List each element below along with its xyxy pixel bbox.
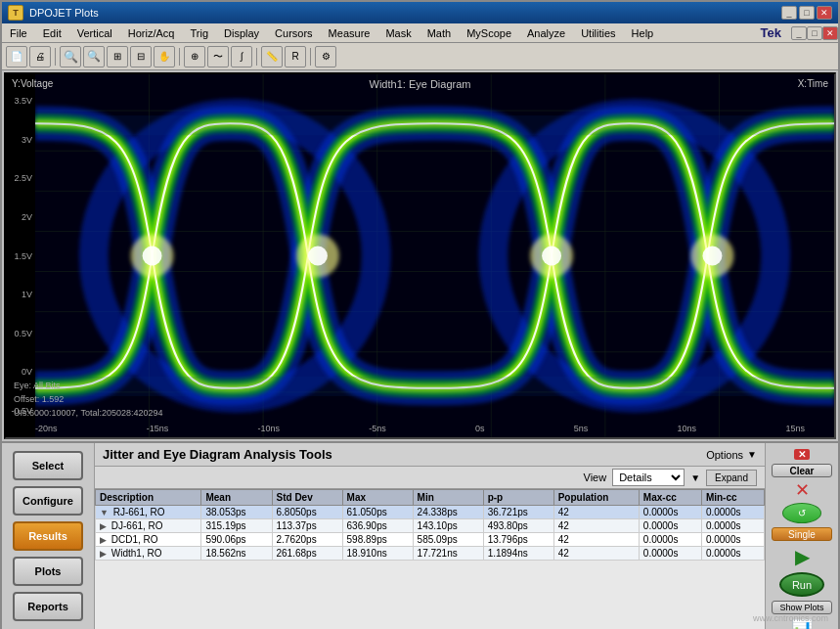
menu-trig[interactable]: Trig [182,25,216,41]
cell-max: 61.050ps [342,506,413,519]
options-dropdown-icon[interactable]: ▼ [747,449,757,460]
view-dropdown-icon: ▼ [690,472,700,483]
zoom-area-button[interactable]: ⊟ [130,46,152,67]
cell-population: 42 [553,547,639,561]
cell-description: ▶ DJ-661, RO [96,519,201,533]
zoom-in-button[interactable]: 🔍 [60,46,81,67]
options-label: Options [706,449,743,461]
cell-maxcc: 0.0000s [639,533,701,547]
scope-display: Y:Voltage Width1: Eye Diagram X:Time 3.5… [4,72,836,439]
cell-stddev: 113.37ps [272,519,342,533]
toolbar-sep3 [256,48,257,66]
waveform-button[interactable]: 〜 [207,46,229,67]
row-expand-icon[interactable]: ▶ [100,521,107,531]
menu-edit[interactable]: Edit [35,25,69,41]
menu-analyze[interactable]: Analyze [519,25,573,41]
cell-min: 585.09ps [413,533,483,547]
settings-button[interactable]: ⚙ [315,46,336,67]
cell-maxcc: 0.0000s [639,547,701,561]
table-row[interactable]: ▶ DCD1, RO 590.06ps 2.7620ps 598.89ps 58… [96,533,765,547]
row-expand-icon[interactable]: ▶ [100,535,107,545]
cell-mincc: 0.0000s [701,547,764,561]
svg-point-20 [308,246,328,265]
svg-point-24 [702,246,722,265]
run-arrow-icon[interactable]: ▶ [795,545,810,568]
scope-info-line2: Offset: 1.592 [14,392,162,406]
table-row[interactable]: ▼ RJ-661, RO 38.053ps 6.8050ps 61.050ps … [96,506,765,519]
menu-help[interactable]: Help [624,25,662,41]
scope-info-line3: UIs:6000:10007, Total:205028:420294 [14,406,162,420]
zoom-fit-button[interactable]: ⊞ [107,46,128,67]
time-15ns: 15ns [785,424,805,433]
menu-utilities[interactable]: Utilities [573,25,623,41]
math-button[interactable]: ∫ [231,46,252,67]
cell-min: 24.338ps [413,506,483,519]
time-10ns: 10ns [678,424,697,433]
cell-maxcc: 0.0000s [639,519,701,533]
menu-cursors[interactable]: Cursors [267,25,321,41]
menu-horizacq[interactable]: Horiz/Acq [120,25,183,41]
cell-stddev: 6.8050ps [272,506,342,519]
maximize-button[interactable]: □ [799,6,815,20]
y-2.5v: 2.5V [6,173,32,183]
row-expand-icon[interactable]: ▼ [100,508,109,517]
measure-button[interactable]: 📏 [261,46,283,67]
cell-min: 17.721ns [413,547,483,561]
view-controls: View Details Summary ▼ Expand [95,467,765,489]
cell-mincc: 0.0000s [701,506,764,519]
col-pp: p-p [483,490,553,506]
reports-button[interactable]: Reports [13,592,83,621]
toolbar: 📄 🖨 🔍 🔍 ⊞ ⊟ ✋ ⊕ 〜 ∫ 📏 R ⚙ [2,43,838,70]
cell-population: 42 [553,519,639,533]
clear-button[interactable]: Clear [772,464,832,477]
cell-max: 598.89ps [342,533,413,547]
col-mincc: Min-cc [701,490,764,506]
configure-button[interactable]: Configure [13,486,83,516]
recalc-button[interactable]: ↺ [782,503,821,523]
close-button[interactable]: ✕ [817,6,832,20]
scope-maximize[interactable]: □ [807,26,822,40]
zoom-out-button[interactable]: 🔍 [83,46,105,67]
menu-vertical[interactable]: Vertical [69,25,120,41]
plots-button[interactable]: Plots [13,557,83,586]
table-row[interactable]: ▶ DJ-661, RO 315.19ps 113.37ps 636.90ps … [96,519,765,533]
menu-mask[interactable]: Mask [377,25,419,41]
select-button[interactable]: Select [13,451,83,480]
cursor-button[interactable]: ⊕ [184,46,205,67]
menu-file[interactable]: File [2,25,35,41]
close-panel-button[interactable]: ✕ [794,449,810,460]
menu-display[interactable]: Display [216,25,267,41]
scope-info: Eye: All Bits Offset: 1.592 UIs:6000:100… [14,379,162,420]
results-button[interactable]: Results [13,521,83,551]
brand-label: Tek [761,25,781,40]
run-button[interactable]: Run [779,572,824,597]
row-expand-icon[interactable]: ▶ [100,549,107,559]
menu-math[interactable]: Math [420,25,459,41]
scope-minimize[interactable]: _ [791,26,807,40]
single-button[interactable]: Single [772,527,832,541]
cell-mean: 38.053ps [201,506,272,519]
cell-mean: 590.06ps [201,533,272,547]
col-min: Min [413,490,483,506]
cell-max: 18.910ns [342,547,413,561]
ref-button[interactable]: R [285,46,306,67]
view-select[interactable]: Details Summary [612,469,685,486]
toolbar-sep2 [179,48,180,66]
print-button[interactable]: 🖨 [29,46,51,67]
menu-measure[interactable]: Measure [321,25,378,41]
cell-description: ▶ DCD1, RO [96,533,201,547]
watermark: www.cntronics.com [753,613,828,623]
new-button[interactable]: 📄 [6,46,27,67]
scope-close[interactable]: ✕ [822,26,838,40]
svg-point-22 [542,246,561,265]
minimize-button[interactable]: _ [781,6,797,20]
pan-button[interactable]: ✋ [154,46,175,67]
expand-button[interactable]: Expand [706,470,757,486]
table-wrapper[interactable]: Description Mean Std Dev Max Min p-p Pop… [95,489,765,629]
cell-pp: 1.1894ns [483,547,553,561]
show-plots-button[interactable]: Show Plots [772,601,832,614]
title-bar: T DPOJET Plots _ □ ✕ [2,2,838,23]
table-row[interactable]: ▶ Width1, RO 18.562ns 261.68ps 18.910ns … [96,547,765,561]
menu-myscope[interactable]: MyScope [459,25,519,41]
x-mark-icon[interactable]: ✕ [795,481,810,499]
